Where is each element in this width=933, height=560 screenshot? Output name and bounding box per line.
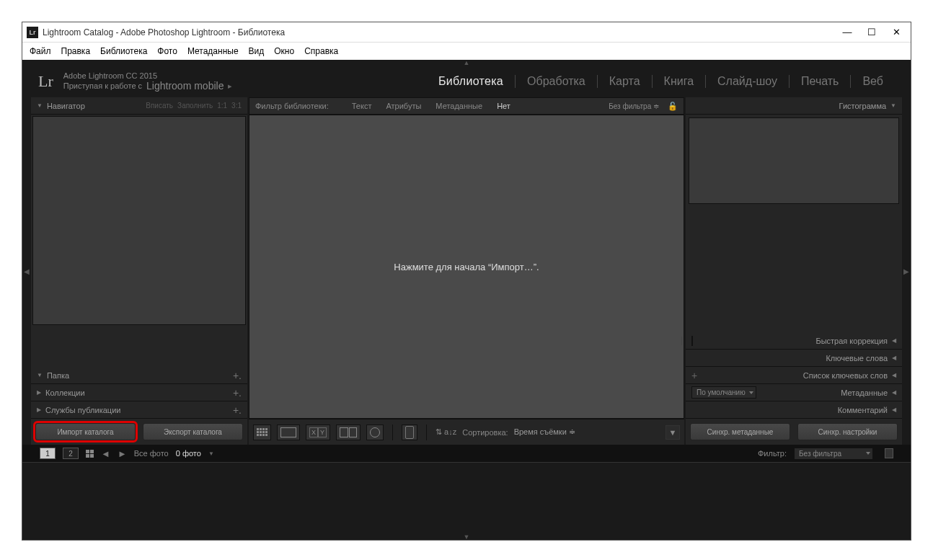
comments-header[interactable]: Комментарий ◀ [686, 401, 902, 419]
menu-bar: Файл Правка Библиотека Фото Метаданные В… [22, 43, 911, 60]
collections-add-icon[interactable]: +. [233, 387, 242, 399]
menu-view[interactable]: Вид [249, 46, 265, 56]
keywords-label: Ключевые слова [826, 354, 888, 363]
histogram-header[interactable]: Гистограмма ▼ [686, 97, 902, 115]
minimize-button[interactable]: — [841, 27, 853, 38]
left-panel: ▼ Навигатор Вписать Заполнить 1:1 3:1 ▼ … [31, 97, 247, 445]
titlebar[interactable]: Lr Lightroom Catalog - Adobe Photoshop L… [22, 22, 911, 43]
module-develop[interactable]: Обработка [516, 75, 598, 88]
export-catalog-button[interactable]: Экспорт каталога [143, 423, 243, 440]
nav-forward[interactable]: ► [118, 448, 127, 459]
library-filter-bar: Фильтр библиотеки: Текст Атрибуты Метада… [249, 97, 684, 115]
survey-view-button[interactable] [336, 425, 361, 440]
module-picker: Библиотека Обработка Карта Книга Слайд-ш… [427, 75, 895, 88]
filter-none[interactable]: Нет [491, 99, 516, 112]
chevron-right-icon: ▶ [37, 406, 41, 413]
module-web[interactable]: Веб [851, 75, 895, 88]
menu-metadata[interactable]: Метаданные [187, 46, 239, 56]
metadata-header[interactable]: По умолчанию Метаданные ◀ [686, 384, 902, 401]
identity-mobile[interactable]: Lightroom mobile [146, 80, 224, 92]
grid-canvas[interactable]: Нажмите для начала “Импорт…”. [249, 115, 684, 419]
nav-back[interactable]: ◄ [101, 448, 110, 459]
chevron-down-icon: ▼ [37, 372, 43, 378]
menu-window[interactable]: Окно [274, 46, 294, 56]
primary-display-button[interactable]: 1 [40, 448, 56, 459]
publish-header[interactable]: ▶ Службы публикации +. [31, 401, 247, 419]
collections-label: Коллекции [45, 388, 233, 397]
filter-preset[interactable]: Без фильтра ≑ [609, 102, 659, 110]
menu-file[interactable]: Файл [30, 46, 51, 56]
sync-metadata-button[interactable]: Синхр. метаданные [690, 423, 790, 440]
chevron-down-icon: ▼ [37, 102, 43, 109]
loupe-view-button[interactable] [277, 425, 300, 440]
histogram-box [689, 117, 899, 204]
quick-label: Быстрая коррекция [815, 337, 888, 345]
import-catalog-button[interactable]: Импорт каталога [35, 423, 136, 440]
identity-plate: Lr Adobe Lightroom CC 2015 Приступая к р… [22, 66, 911, 97]
chevron-down-icon: ▼ [890, 102, 896, 109]
people-view-button[interactable] [366, 425, 384, 440]
toolbar-menu[interactable]: ▼ [666, 425, 680, 440]
app-icon: Lr [27, 27, 38, 38]
keyword-list-header[interactable]: + Список ключевых слов ◀ [686, 367, 902, 384]
filter-text[interactable]: Текст [346, 99, 378, 112]
filter-attributes[interactable]: Атрибуты [380, 99, 427, 112]
chevron-left-icon: ◀ [892, 372, 896, 378]
source-label[interactable]: Все фото [134, 449, 169, 458]
top-panel-toggle[interactable]: ▲ [22, 60, 911, 66]
nav-1-1[interactable]: 1:1 [217, 102, 227, 110]
compare-view-button[interactable]: XY [306, 425, 330, 440]
menu-help[interactable]: Справка [304, 46, 338, 56]
publish-label: Службы публикации [45, 406, 233, 414]
quick-stepper[interactable] [691, 336, 693, 346]
secondary-display-button[interactable]: 2 [63, 448, 79, 459]
collections-header[interactable]: ▶ Коллекции +. [31, 384, 247, 401]
module-book[interactable]: Книга [653, 75, 706, 88]
folder-add-icon[interactable]: +. [233, 370, 242, 381]
identity-play-icon[interactable]: ▸ [228, 81, 232, 91]
folder-header[interactable]: ▼ Папка +. [31, 367, 247, 384]
nav-fill[interactable]: Заполнить [177, 102, 213, 110]
keywords-header[interactable]: Ключевые слова ◀ [686, 350, 902, 367]
close-button[interactable]: ✕ [890, 27, 902, 38]
import-hint: Нажмите для начала “Импорт…”. [394, 262, 539, 272]
nav-3-1[interactable]: 3:1 [231, 102, 242, 110]
publish-add-icon[interactable]: +. [233, 404, 242, 416]
identity-line1: Adobe Lightroom CC 2015 [63, 71, 233, 80]
quick-develop-header[interactable]: Быстрая коррекция ◀ [686, 332, 902, 350]
thumbnail-grid-icon[interactable] [86, 450, 94, 458]
sort-icon[interactable]: ⇅ a↓z [435, 427, 456, 437]
painter-tool[interactable] [402, 425, 417, 440]
module-map[interactable]: Карта [598, 75, 653, 88]
filter-metadata[interactable]: Метаданные [430, 99, 488, 112]
count-dropdown-icon[interactable]: ▼ [208, 450, 214, 457]
grid-view-button[interactable] [253, 425, 271, 440]
right-panel-toggle[interactable]: ▶ [902, 97, 911, 445]
navigator-preview[interactable] [32, 116, 246, 325]
sort-dropdown[interactable]: Время съёмки ≑ [514, 427, 575, 437]
module-print[interactable]: Печать [790, 75, 851, 88]
bottom-panel-toggle[interactable]: ▼ [22, 534, 911, 540]
lr-logo: Lr [38, 72, 53, 91]
sync-settings-button[interactable]: Синхр. настройки [797, 423, 898, 440]
lock-icon[interactable]: 🔓 [668, 102, 678, 111]
module-slideshow[interactable]: Слайд-шоу [706, 75, 790, 88]
menu-photo[interactable]: Фото [157, 46, 177, 56]
filmstrip[interactable] [22, 462, 911, 534]
app-body: ▲ Lr Adobe Lightroom CC 2015 Приступая к… [22, 60, 911, 540]
menu-edit[interactable]: Правка [61, 46, 91, 56]
nav-fit[interactable]: Вписать [146, 102, 173, 110]
metadata-label: Метаданные [841, 388, 888, 397]
filter-dropdown[interactable]: Без фильтра [794, 448, 873, 460]
chevron-left-icon: ◀ [892, 406, 896, 413]
filter-switch-icon[interactable] [885, 448, 893, 458]
window-title: Lightroom Catalog - Adobe Photoshop Ligh… [43, 27, 841, 37]
left-panel-toggle[interactable]: ◀ [22, 97, 31, 445]
navigator-header[interactable]: ▼ Навигатор Вписать Заполнить 1:1 3:1 [31, 97, 247, 115]
maximize-button[interactable]: ☐ [866, 27, 877, 38]
secondary-bar: 1 2 ◄ ► Все фото 0 фото ▼ Фильтр: Без фи… [22, 445, 911, 462]
navigator-label: Навигатор [47, 102, 146, 110]
metadata-preset-dropdown[interactable]: По умолчанию [691, 386, 756, 399]
menu-library[interactable]: Библиотека [100, 46, 147, 56]
module-library[interactable]: Библиотека [427, 75, 516, 88]
